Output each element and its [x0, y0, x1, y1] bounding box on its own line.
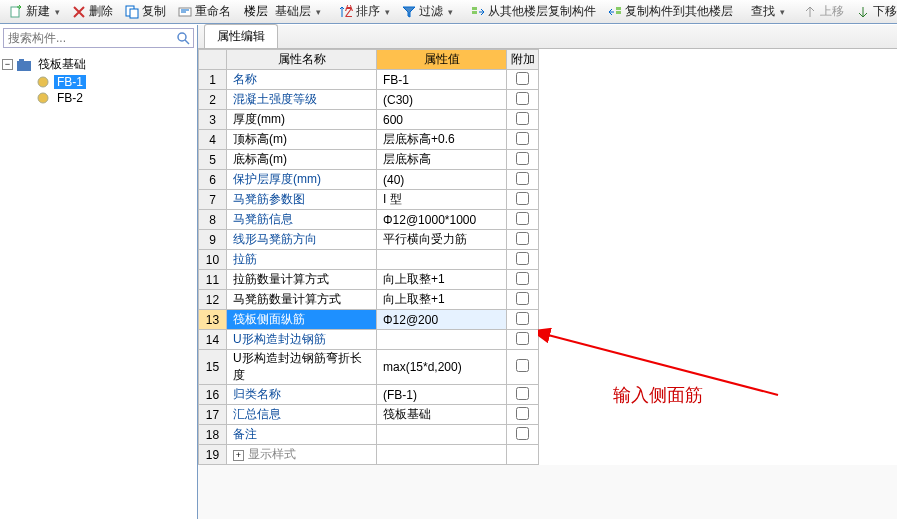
prop-value[interactable]: (C30) — [377, 90, 507, 110]
prop-value[interactable]: I 型 — [377, 190, 507, 210]
prop-extra[interactable] — [507, 385, 539, 405]
prop-value[interactable]: 层底标高 — [377, 150, 507, 170]
prop-value[interactable]: 筏板基础 — [377, 405, 507, 425]
search-input[interactable] — [4, 29, 173, 47]
table-row[interactable]: 5底标高(m)层底标高 — [199, 150, 539, 170]
prop-name[interactable]: 筏板侧面纵筋 — [227, 310, 377, 330]
prop-name[interactable]: 备注 — [227, 425, 377, 445]
prop-value[interactable]: Φ12@200 — [377, 310, 507, 330]
prop-name[interactable]: 保护层厚度(mm) — [227, 170, 377, 190]
extra-checkbox[interactable] — [516, 112, 529, 125]
table-row[interactable]: 11拉筋数量计算方式向上取整+1 — [199, 270, 539, 290]
floor-select[interactable]: 基础层▾ — [270, 2, 326, 21]
prop-name[interactable]: 归类名称 — [227, 385, 377, 405]
table-row[interactable]: 16归类名称(FB-1) — [199, 385, 539, 405]
rename-button[interactable]: 重命名 — [173, 2, 236, 21]
move-up-button[interactable]: 上移 — [798, 2, 849, 21]
prop-extra[interactable] — [507, 90, 539, 110]
delete-button[interactable]: 删除 — [67, 2, 118, 21]
extra-checkbox[interactable] — [516, 387, 529, 400]
prop-value[interactable]: (40) — [377, 170, 507, 190]
prop-name[interactable]: 汇总信息 — [227, 405, 377, 425]
prop-extra[interactable] — [507, 405, 539, 425]
sort-button[interactable]: AZ 排序▾ — [334, 2, 395, 21]
tree-item[interactable]: FB-1 — [36, 74, 195, 90]
extra-checkbox[interactable] — [516, 192, 529, 205]
extra-checkbox[interactable] — [516, 152, 529, 165]
find-button[interactable]: 查找▾ — [746, 2, 790, 21]
table-row[interactable]: 4顶标高(m)层底标高+0.6 — [199, 130, 539, 150]
filter-button[interactable]: 过滤▾ — [397, 2, 458, 21]
prop-name[interactable]: 顶标高(m) — [227, 130, 377, 150]
expand-icon[interactable]: + — [233, 450, 244, 461]
table-row[interactable]: 9线形马凳筋方向平行横向受力筋 — [199, 230, 539, 250]
prop-value[interactable]: (FB-1) — [377, 385, 507, 405]
table-row[interactable]: 1名称FB-1 — [199, 70, 539, 90]
prop-extra[interactable] — [507, 130, 539, 150]
prop-extra[interactable] — [507, 250, 539, 270]
table-row[interactable]: 14U形构造封边钢筋 — [199, 330, 539, 350]
prop-value[interactable]: Φ12@1000*1000 — [377, 210, 507, 230]
extra-checkbox[interactable] — [516, 172, 529, 185]
prop-name[interactable]: 马凳筋数量计算方式 — [227, 290, 377, 310]
prop-extra[interactable] — [507, 70, 539, 90]
prop-extra[interactable] — [507, 310, 539, 330]
collapse-icon[interactable]: − — [2, 59, 13, 70]
table-row[interactable]: 18备注 — [199, 425, 539, 445]
prop-name[interactable]: U形构造封边钢筋 — [227, 330, 377, 350]
copy-button[interactable]: 复制 — [120, 2, 171, 21]
prop-value[interactable]: 向上取整+1 — [377, 270, 507, 290]
prop-name[interactable]: 拉筋 — [227, 250, 377, 270]
new-button[interactable]: 新建▾ — [4, 2, 65, 21]
prop-name[interactable]: 名称 — [227, 70, 377, 90]
extra-checkbox[interactable] — [516, 407, 529, 420]
extra-checkbox[interactable] — [516, 232, 529, 245]
prop-value[interactable]: 层底标高+0.6 — [377, 130, 507, 150]
extra-checkbox[interactable] — [516, 292, 529, 305]
prop-name[interactable]: 混凝土强度等级 — [227, 90, 377, 110]
extra-checkbox[interactable] — [516, 312, 529, 325]
table-row[interactable]: 7马凳筋参数图I 型 — [199, 190, 539, 210]
copy-to-button[interactable]: 复制构件到其他楼层 — [603, 2, 738, 21]
table-row[interactable]: 6保护层厚度(mm)(40) — [199, 170, 539, 190]
prop-value[interactable] — [377, 445, 507, 465]
table-row[interactable]: 12马凳筋数量计算方式向上取整+1 — [199, 290, 539, 310]
prop-name[interactable]: 线形马凳筋方向 — [227, 230, 377, 250]
table-row[interactable]: 17汇总信息筏板基础 — [199, 405, 539, 425]
prop-extra[interactable] — [507, 190, 539, 210]
prop-name[interactable]: 厚度(mm) — [227, 110, 377, 130]
prop-name[interactable]: 底标高(m) — [227, 150, 377, 170]
table-row[interactable]: 15U形构造封边钢筋弯折长度max(15*d,200) — [199, 350, 539, 385]
prop-value[interactable] — [377, 425, 507, 445]
prop-name[interactable]: +显示样式 — [227, 445, 377, 465]
copy-from-button[interactable]: 从其他楼层复制构件 — [466, 2, 601, 21]
table-row[interactable]: 8马凳筋信息Φ12@1000*1000 — [199, 210, 539, 230]
extra-checkbox[interactable] — [516, 72, 529, 85]
prop-value[interactable]: 600 — [377, 110, 507, 130]
extra-checkbox[interactable] — [516, 92, 529, 105]
prop-value[interactable] — [377, 330, 507, 350]
extra-checkbox[interactable] — [516, 252, 529, 265]
prop-name[interactable]: 拉筋数量计算方式 — [227, 270, 377, 290]
tree-root[interactable]: − 筏板基础 — [2, 55, 195, 74]
move-down-button[interactable]: 下移 — [851, 2, 897, 21]
prop-extra[interactable] — [507, 230, 539, 250]
table-row[interactable]: 2混凝土强度等级(C30) — [199, 90, 539, 110]
extra-checkbox[interactable] — [516, 272, 529, 285]
extra-checkbox[interactable] — [516, 332, 529, 345]
prop-value[interactable]: 平行横向受力筋 — [377, 230, 507, 250]
prop-extra[interactable] — [507, 350, 539, 385]
prop-extra[interactable] — [507, 290, 539, 310]
prop-extra[interactable] — [507, 330, 539, 350]
prop-extra[interactable] — [507, 170, 539, 190]
prop-value[interactable] — [377, 250, 507, 270]
prop-value[interactable]: max(15*d,200) — [377, 350, 507, 385]
prop-name[interactable]: 马凳筋信息 — [227, 210, 377, 230]
tab-properties[interactable]: 属性编辑 — [204, 24, 278, 48]
extra-checkbox[interactable] — [516, 132, 529, 145]
table-row[interactable]: 3厚度(mm)600 — [199, 110, 539, 130]
prop-extra[interactable] — [507, 270, 539, 290]
prop-value[interactable]: 向上取整+1 — [377, 290, 507, 310]
prop-extra[interactable] — [507, 425, 539, 445]
prop-extra[interactable] — [507, 150, 539, 170]
